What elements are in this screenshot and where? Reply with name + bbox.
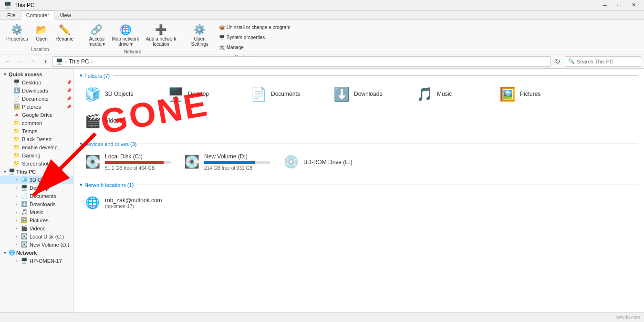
sidebar-item-documents[interactable]: 📄 Documents 📌: [0, 94, 73, 103]
sidebar-item-3dobjects[interactable]: › 🧊 3D Objects: [0, 176, 73, 184]
network-thumb: 🌐: [84, 194, 101, 211]
recent-locations-button[interactable]: ▾: [40, 56, 51, 67]
ribbon-group-system: ⚙️ OpenSettings 📦 Uninstall or change a …: [189, 21, 301, 52]
sidebar-item-downloads[interactable]: ⬇️ Downloads 📌: [0, 86, 73, 94]
sidebar-item-pictures[interactable]: 🖼️ Pictures 📌: [0, 103, 73, 111]
documents-pc-icon: 📄: [21, 193, 28, 199]
tab-file[interactable]: File: [2, 10, 21, 20]
tab-view[interactable]: View: [54, 10, 76, 20]
sidebar-item-hp-omen[interactable]: › 🖥️ HP-OMEN-17: [0, 257, 73, 265]
sidebar-item-temps[interactable]: 📁 Temps: [0, 127, 73, 135]
devices-collapse-btn[interactable]: ▾ Devices and drives (3): [80, 141, 136, 147]
sidebar-item-localdisk[interactable]: › 💽 Local Disk (C:): [0, 232, 73, 240]
sidebar: ▾ Quick access 🖥️ Desktop 📌 ⬇️ Downloads…: [0, 69, 74, 322]
network-sub: (hp-omen-17): [105, 204, 162, 209]
network-item-rob[interactable]: 🌐 rob_zak@outlook.com (hp-omen-17): [80, 191, 175, 215]
drive-name-e: BD-ROM Drive (E:): [303, 159, 369, 166]
network-header[interactable]: ▾ 🌐 Network: [0, 249, 73, 257]
folder-item-videos[interactable]: 🎬 Videos: [80, 108, 161, 133]
folder-item-desktop[interactable]: 🖥️ Desktop: [163, 82, 244, 106]
main-layout: ▾ Quick access 🖥️ Desktop 📌 ⬇️ Downloads…: [0, 69, 644, 322]
sidebar-item-enabledev[interactable]: 📁 enable develop...: [0, 143, 73, 151]
drive-item-e[interactable]: 💿 BD-ROM Drive (E:): [278, 150, 374, 174]
quick-access-header[interactable]: ▾ Quick access: [0, 71, 73, 78]
sidebar-item-music-pc[interactable]: › 🎵 Music: [0, 208, 73, 216]
folder-item-3dobjects[interactable]: 🧊 3D Objects: [80, 82, 161, 106]
sidebar-item-screenshots[interactable]: 📁 Screenshots: [0, 159, 73, 167]
open-settings-button[interactable]: ⚙️ OpenSettings: [189, 21, 211, 48]
sidebar-item-newvolume[interactable]: › 💽 New Volume (D:): [0, 240, 73, 249]
access-media-button[interactable]: 🔗 Accessmedia ▾: [86, 21, 107, 48]
folder-item-pictures[interactable]: 🖼️ Pictures: [495, 82, 576, 106]
open-button[interactable]: 📂 Open: [32, 21, 52, 43]
network-chevron: ▾: [2, 250, 8, 256]
search-icon: 🔍: [568, 58, 575, 64]
close-button[interactable]: ✕: [627, 0, 640, 10]
network-collapse-btn[interactable]: ▾ Network locations (1): [80, 182, 134, 188]
desktop-icon: 🖥️: [13, 79, 20, 85]
system-props-icon: 🖥️: [219, 35, 225, 40]
add-network-button[interactable]: ➕ Add a networklocation: [144, 21, 179, 48]
address-path[interactable]: 🖥️ › This PC ›: [52, 56, 551, 67]
quick-access-label: Quick access: [9, 72, 42, 77]
map-network-button[interactable]: 🌐 Map networkdrive ▾: [109, 21, 141, 48]
properties-button[interactable]: ⚙️ Properties: [4, 21, 31, 43]
folders-collapse-btn[interactable]: ▾ Folders (7): [80, 73, 110, 79]
sidebar-item-documents-pc[interactable]: › 📄 Documents: [0, 192, 73, 200]
maximize-button[interactable]: □: [613, 0, 626, 10]
pin-icon-3: 📌: [66, 96, 72, 101]
search-box[interactable]: 🔍: [565, 56, 641, 67]
folders-chevron-icon: ▾: [80, 73, 83, 79]
up-button[interactable]: ↑: [28, 56, 38, 67]
network-section-header: ▾ Network locations (1): [80, 182, 638, 188]
sidebar-item-desktop-pc[interactable]: › 🖥️ Desktop: [0, 184, 73, 192]
back-button[interactable]: ←: [3, 56, 13, 67]
this-pc-header[interactable]: ▾ 🖥️ This PC: [0, 167, 73, 176]
add-network-icon: ➕: [155, 23, 168, 36]
pin-icon-2: 📌: [66, 88, 72, 93]
tab-computer[interactable]: Computer: [21, 10, 54, 20]
address-sep: ›: [65, 58, 67, 65]
temps-icon: 📁: [13, 128, 20, 134]
downloads-pc-icon: ⬇️: [21, 201, 28, 207]
sidebar-item-googledrive[interactable]: 🔺 Google Drive: [0, 111, 73, 119]
sidebar-item-common[interactable]: 📁 common: [0, 119, 73, 127]
rename-button[interactable]: ✏️ Rename: [53, 21, 76, 43]
minimize-button[interactable]: ─: [598, 0, 612, 10]
newvolume-icon: 💽: [21, 241, 28, 248]
drive-thumb-c: 💽: [84, 154, 101, 171]
folder-item-documents[interactable]: 📄 Documents: [246, 82, 327, 106]
drive-item-d[interactable]: 💽 New Volume (D:) 214 GB free of 931 GB: [179, 150, 274, 174]
folder-item-music[interactable]: 🎵 Music: [412, 82, 493, 106]
sidebar-item-downloads-pc[interactable]: › ⬇️ Downloads: [0, 200, 73, 208]
folder-name-documents: Documents: [271, 91, 300, 97]
network-sidebar-icon: 🌐: [9, 249, 15, 256]
folder-thumb-documents: 📄: [250, 85, 267, 103]
forward-button[interactable]: →: [15, 56, 26, 67]
title-bar: 🖥️ This PC ─ □ ✕: [0, 0, 644, 10]
status-bar: [0, 312, 644, 322]
folder-item-downloads[interactable]: ⬇️ Downloads: [329, 82, 410, 106]
folder-name-desktop: Desktop: [188, 91, 209, 97]
properties-icon: ⚙️: [10, 23, 24, 36]
folder-thumb-pictures: 🖼️: [499, 85, 516, 103]
refresh-button[interactable]: ↻: [552, 56, 563, 67]
uninstall-icon: 📦: [219, 25, 225, 30]
sidebar-item-gaming[interactable]: 📁 Gaming: [0, 151, 73, 159]
videos-pc-chevron: ›: [13, 226, 19, 231]
manage-button[interactable]: 🛠️ Manage: [217, 43, 293, 52]
pictures-pc-chevron: ›: [13, 218, 19, 223]
sidebar-item-videos-pc[interactable]: › 🎬 Videos: [0, 224, 73, 232]
system-properties-button[interactable]: 🖥️ System properties: [217, 33, 293, 42]
sidebar-item-blackdesert[interactable]: 📁 Black Desert: [0, 135, 73, 143]
sidebar-item-desktop[interactable]: 🖥️ Desktop 📌: [0, 78, 73, 86]
drive-item-c[interactable]: 💽 Local Disk (C:) 51.1 GB free of 464 GB: [80, 150, 175, 174]
documents-pc-chevron: ›: [13, 193, 19, 199]
folders-divider: [114, 75, 638, 76]
search-input[interactable]: [577, 59, 638, 64]
content-area: ▾ Folders (7) 🧊 3D Objects 🖥️ Des: [74, 69, 644, 322]
sidebar-item-pictures-pc[interactable]: › 🖼️ Pictures: [0, 216, 73, 224]
uninstall-program-button[interactable]: 📦 Uninstall or change a program: [217, 23, 293, 31]
pictures-icon: 🖼️: [13, 104, 20, 110]
hp-omen-chevron: ›: [13, 258, 19, 264]
